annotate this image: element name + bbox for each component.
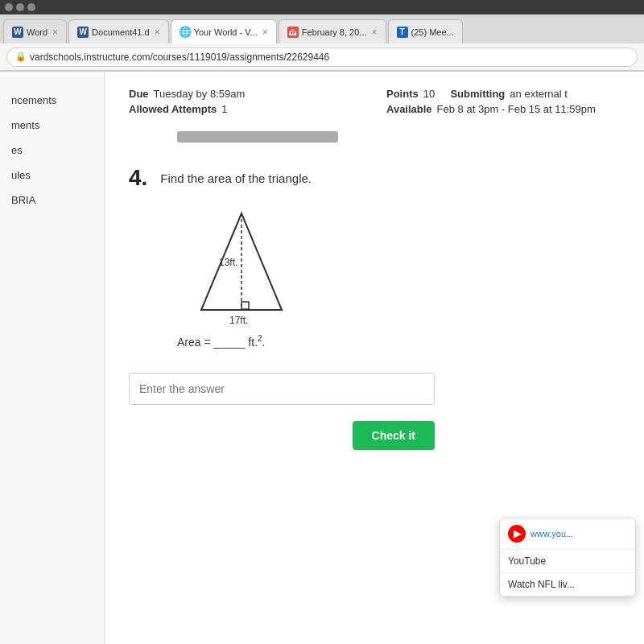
tooltip-url: www.you... [530,529,573,539]
area-formula: Area = _____ ft.2. [177,334,620,349]
triangle-svg: 13ft. 17ft. [177,205,306,326]
area-dot: . [262,336,266,349]
tabs-row: W Word × W Document41.d × 🌐 Your World -… [0,14,644,43]
lock-icon: 🔒 [15,52,27,62]
tab-document-close[interactable]: × [155,27,160,38]
tab-february[interactable]: 📅 February 8, 20... × [279,19,386,43]
due-label: Due [129,88,149,100]
allowed-label: Allowed Attempts [129,103,217,115]
february-tab-icon: 📅 [287,27,299,38]
question-text: Find the area of the triangle. [160,167,312,185]
tooltip-item-nfl[interactable]: Watch NFL liv... [500,573,635,596]
tab-word-close[interactable]: × [52,27,58,38]
tab-document-label: Document41.d [92,27,150,37]
question-number: 4. [129,167,147,189]
check-button-row: Check it [129,421,435,450]
tooltip-item-youtube[interactable]: YouTube [500,550,635,573]
os-top-bar [0,0,644,14]
tab-document[interactable]: W Document41.d × [68,19,169,43]
answer-input-area [129,373,620,405]
submitting-value: an external t [510,88,568,100]
tab-word[interactable]: W Word × [3,19,67,43]
height-label: 13ft. [219,257,237,268]
tooltip-header: ▶ www.you... [500,518,635,550]
diagram-area: 13ft. 17ft. [177,205,620,326]
allowed-row: Allowed Attempts 1 [129,103,362,115]
tab-yourworld-label: Your World - V... [194,27,258,37]
address-row: 🔒 vardschools.instructure.com/courses/11… [0,43,644,71]
tab-february-close[interactable]: × [372,27,378,38]
check-button[interactable]: Check it [353,421,435,450]
points-value: 10 [423,88,435,100]
document-tab-icon: W [77,27,89,38]
question-row: 4. Find the area of the triangle. [129,167,620,189]
tab-yourworld[interactable]: 🌐 Your World - V... × [171,19,277,43]
browser-chrome: W Word × W Document41.d × 🌐 Your World -… [0,14,644,72]
points-label: Points [386,88,419,100]
yourworld-tab-icon: 🌐 [180,27,191,38]
tab-meets[interactable]: T (25) Mee... [388,19,463,43]
tooltip-popup: ▶ www.you... YouTube Watch NFL liv... [499,518,636,597]
available-value: Feb 8 at 3pm - Feb 15 at 11:59pm [437,103,596,115]
top-bar-dot [16,3,24,11]
submitting-label: Submitting [450,88,505,100]
meets-tab-icon: T [397,27,408,38]
address-text: vardschools.instructure.com/courses/1119… [30,52,329,63]
content-wrapper: ncements ments es ules BRIA Due Tuesday … [0,72,644,644]
sidebar-item-announcements[interactable]: ncements [0,88,104,113]
top-bar-dot [5,3,13,11]
available-label: Available [386,103,432,115]
word-tab-icon: W [12,27,23,38]
svg-rect-2 [242,302,249,309]
sidebar-item-pages[interactable]: es [0,138,104,163]
answer-input[interactable] [129,373,435,405]
tab-february-label: February 8, 20... [302,27,367,37]
tab-word-label: Word [27,27,47,37]
available-row: Available Feb 8 at 3pm - Feb 15 at 11:59… [386,103,620,115]
allowed-value: 1 [221,103,227,115]
address-bar[interactable]: 🔒 vardschools.instructure.com/courses/11… [6,47,638,67]
points-row: Points 10 Submitting an external t [386,88,620,100]
area-formula-text: Area = _____ ft. [177,336,258,349]
assignment-info: Due Tuesday by 8:59am Points 10 Submitti… [129,88,620,115]
sidebar-item-assignments[interactable]: ments [0,113,104,138]
base-label: 17ft. [229,315,248,326]
top-bar-dot [27,3,35,11]
due-row: Due Tuesday by 8:59am [129,88,362,100]
progress-bar [177,131,338,142]
tab-meets-label: (25) Mee... [411,27,454,37]
due-value: Tuesday by 8:59am [154,88,246,100]
sidebar-item-bria[interactable]: BRIA [0,188,104,213]
youtube-icon: ▶ [508,525,526,543]
tab-yourworld-close[interactable]: × [262,27,268,38]
sidebar-item-modules[interactable]: ules [0,163,104,188]
sidebar: ncements ments es ules BRIA [0,72,105,644]
